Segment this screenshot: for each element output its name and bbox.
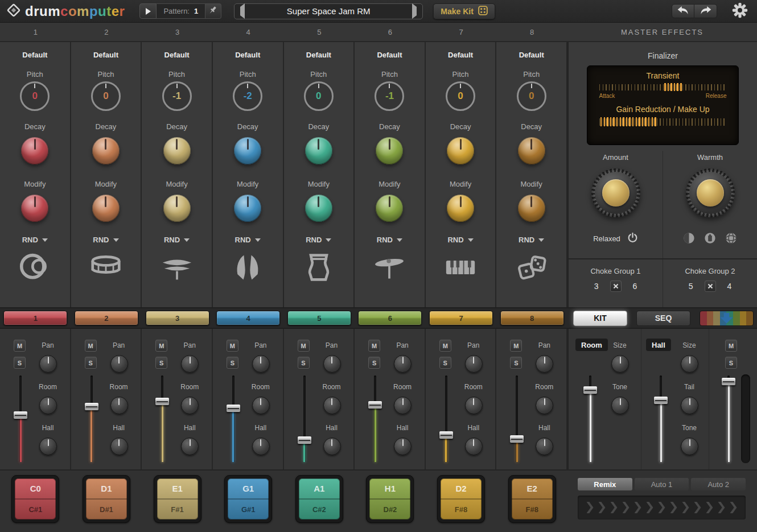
note-pad[interactable]: E2 F#8	[508, 475, 556, 523]
pan-knob[interactable]	[394, 355, 412, 373]
channel-select-pad[interactable]: 1	[3, 311, 67, 325]
hall-send-knob[interactable]	[394, 438, 412, 455]
rnd-selector[interactable]: RND	[93, 236, 118, 244]
note-pad[interactable]: G1 G#1	[224, 475, 272, 523]
note-pad[interactable]: E1 F#1	[154, 475, 201, 523]
solo-button[interactable]: S	[510, 357, 522, 369]
choke-group-1-clear-button[interactable]	[610, 281, 622, 292]
finalizer-mode-label[interactable]: Relaxed	[593, 234, 620, 243]
pitch-knob[interactable]: 0	[304, 81, 334, 111]
room-send-knob[interactable]	[465, 397, 483, 414]
remix-tab[interactable]: Remix	[578, 478, 632, 490]
channel-preset-button[interactable]: Default	[93, 51, 118, 59]
solo-button[interactable]: S	[227, 357, 238, 369]
modify-knob[interactable]	[21, 195, 48, 222]
channel-preset-button[interactable]: Default	[164, 51, 190, 59]
decay-knob[interactable]	[447, 137, 474, 164]
pan-knob[interactable]	[252, 355, 270, 373]
channel-select-pad[interactable]: 3	[146, 311, 209, 325]
note-pad[interactable]: D2 F#8	[437, 475, 485, 523]
fader-thumb[interactable]	[298, 436, 311, 444]
prev-preset-button[interactable]	[240, 7, 245, 15]
volume-fader[interactable]	[155, 376, 169, 462]
note-pad[interactable]: A1 C#2	[295, 475, 343, 523]
fader-thumb[interactable]	[583, 386, 597, 394]
hall-send-knob[interactable]	[39, 438, 57, 455]
hall-return-fader[interactable]	[654, 376, 668, 462]
dice-icon[interactable]	[513, 251, 550, 284]
auto2-tab[interactable]: Auto 2	[691, 478, 746, 490]
finalizer-power-button[interactable]	[627, 232, 638, 245]
seq-tab[interactable]: SEQ	[636, 311, 690, 326]
hall-send-knob[interactable]	[110, 438, 128, 455]
rnd-selector[interactable]: RND	[377, 236, 402, 244]
channel-preset-button[interactable]: Default	[22, 51, 47, 59]
rnd-selector[interactable]: RND	[164, 236, 190, 244]
rnd-selector[interactable]: RND	[519, 236, 544, 244]
make-kit-button[interactable]: Make Kit	[433, 3, 495, 19]
fader-thumb[interactable]	[510, 435, 524, 443]
modify-knob[interactable]	[376, 195, 403, 222]
channel-select-pad[interactable]: 8	[500, 311, 564, 325]
mute-button[interactable]: M	[368, 340, 380, 352]
pan-knob[interactable]	[323, 355, 341, 373]
volume-fader[interactable]	[298, 376, 311, 462]
pitch-knob[interactable]: 0	[20, 81, 50, 111]
hall-send-knob[interactable]	[536, 438, 553, 455]
decay-knob[interactable]	[21, 137, 48, 164]
pan-knob[interactable]	[465, 355, 483, 373]
mute-button[interactable]: M	[227, 340, 238, 352]
solo-button[interactable]: S	[439, 357, 451, 369]
decay-knob[interactable]	[234, 137, 261, 164]
modify-knob[interactable]	[92, 195, 120, 222]
pitch-knob[interactable]: -1	[375, 81, 404, 111]
mute-button[interactable]: M	[14, 340, 26, 352]
hall-button[interactable]: Hall	[646, 339, 671, 351]
master-fader[interactable]	[722, 376, 735, 462]
rnd-selector[interactable]: RND	[447, 236, 473, 244]
room-send-knob[interactable]	[323, 397, 341, 414]
note-pad[interactable]: C0 C#1	[11, 475, 59, 523]
hall-send-knob[interactable]	[465, 438, 483, 455]
hall-tail-knob[interactable]	[681, 397, 698, 414]
choke-group-1-second-channel[interactable]: 6	[633, 282, 637, 291]
choke-group-2-first-channel[interactable]: 5	[689, 282, 693, 291]
pitch-knob[interactable]: 0	[91, 81, 121, 111]
room-send-knob[interactable]	[39, 397, 57, 414]
channel-select-pad[interactable]: 5	[287, 311, 351, 325]
hall-send-knob[interactable]	[181, 438, 199, 455]
solo-button[interactable]: S	[85, 357, 97, 369]
note-pad[interactable]: D1 D#1	[83, 475, 130, 523]
decay-knob[interactable]	[305, 137, 332, 164]
solo-button[interactable]: S	[368, 357, 380, 369]
kit-tab[interactable]: KIT	[573, 311, 627, 326]
master-mute-button[interactable]: M	[725, 340, 737, 352]
pattern-selector[interactable]: Pattern: 1	[157, 3, 205, 19]
pan-knob[interactable]	[39, 355, 57, 373]
room-send-knob[interactable]	[110, 397, 128, 414]
volume-fader[interactable]	[227, 376, 240, 462]
mute-button[interactable]: M	[298, 340, 310, 352]
solo-button[interactable]: S	[155, 357, 167, 369]
fader-thumb[interactable]	[155, 398, 169, 405]
room-send-knob[interactable]	[181, 397, 199, 414]
pitch-knob[interactable]: 0	[446, 81, 475, 111]
pitch-knob[interactable]: 0	[517, 81, 546, 111]
hall-tone-knob[interactable]	[681, 438, 698, 455]
modify-knob[interactable]	[163, 195, 191, 222]
auto1-tab[interactable]: Auto 1	[635, 478, 689, 490]
undo-button[interactable]	[672, 4, 694, 18]
pan-knob[interactable]	[181, 355, 199, 373]
choke-group-2-clear-button[interactable]	[705, 281, 716, 292]
play-button[interactable]	[139, 3, 157, 19]
decay-knob[interactable]	[376, 137, 403, 164]
room-send-knob[interactable]	[394, 397, 412, 414]
keys-icon[interactable]	[442, 251, 479, 284]
channel-preset-button[interactable]: Default	[377, 51, 402, 59]
fader-thumb[interactable]	[227, 405, 240, 412]
remix-chevrons[interactable]	[578, 496, 746, 519]
fader-thumb[interactable]	[722, 378, 735, 385]
volume-fader[interactable]	[85, 376, 98, 462]
contrast-mode-button[interactable]	[683, 232, 695, 246]
clap-icon[interactable]	[229, 251, 266, 284]
